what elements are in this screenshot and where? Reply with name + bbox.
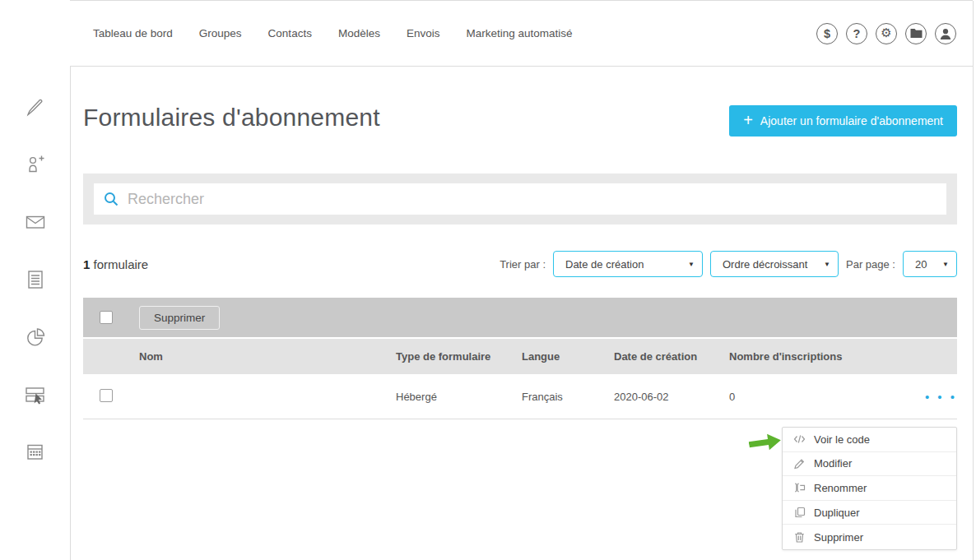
billing-glyph: $ — [824, 27, 830, 40]
code-icon — [793, 433, 806, 445]
statistics-icon[interactable] — [24, 326, 46, 348]
sort-by-label: Trier par : — [500, 258, 546, 271]
nav-groupes[interactable]: Groupes — [199, 27, 242, 39]
form-count: 1 formulaire — [83, 257, 148, 271]
title-row: Formulaires d'abonnement + Ajouter un fo… — [83, 104, 957, 153]
main-nav: Tableau de bord Groupes Contacts Modèles… — [93, 27, 573, 39]
billing-icon[interactable]: $ — [816, 23, 838, 44]
nav-contacts[interactable]: Contacts — [268, 27, 312, 39]
column-header-date: Date de création — [614, 350, 729, 363]
forms-table: Supprimer Nom Type de formulaire Langue … — [83, 298, 957, 419]
sort-order-value: Ordre décroissant — [723, 258, 807, 271]
chevron-down-icon: ▼ — [688, 261, 695, 268]
email-icon[interactable] — [24, 211, 46, 233]
sidebar — [0, 0, 70, 560]
row-checkbox-cell — [100, 389, 139, 405]
nav-modeles[interactable]: Modèles — [338, 27, 380, 39]
menu-item-dupliquer[interactable]: Dupliquer — [783, 501, 956, 525]
sort-by-value: Date de création — [565, 258, 644, 271]
help-icon[interactable]: ? — [846, 23, 867, 44]
cell-inscriptions: 0 — [729, 391, 924, 403]
menu-item-supprimer[interactable]: Supprimer — [783, 525, 956, 549]
column-header-nom: Nom — [139, 350, 396, 363]
menu-item-label: Voir le code — [814, 433, 870, 446]
subscription-forms-icon[interactable] — [24, 383, 46, 405]
menu-item-label: Renommer — [814, 482, 867, 494]
column-header-type: Type de formulaire — [396, 350, 522, 363]
table-row: Hébergé Français 2020-06-02 0 • • • — [83, 374, 957, 419]
add-form-button[interactable]: + Ajouter un formulaire d'abonnement — [729, 105, 957, 137]
search-icon — [104, 192, 119, 206]
cell-type: Hébergé — [396, 391, 522, 403]
page-right-border — [973, 1, 974, 560]
delete-selected-button[interactable]: Supprimer — [139, 306, 220, 330]
top-navigation: Tableau de bord Groupes Contacts Modèles… — [70, 0, 973, 67]
chevron-down-icon: ▼ — [824, 261, 830, 268]
search-input[interactable] — [128, 191, 936, 208]
table-header-row: Nom Type de formulaire Langue Date de cr… — [83, 339, 957, 374]
per-page-value: 20 — [915, 258, 927, 271]
sort-controls: Trier par : Date de création ▼ Ordre déc… — [500, 251, 957, 277]
templates-icon[interactable] — [24, 268, 46, 290]
cell-date: 2020-06-02 — [614, 391, 729, 403]
help-glyph: ? — [853, 27, 861, 40]
sort-by-select[interactable]: Date de création ▼ — [553, 251, 703, 277]
row-actions-ellipsis-icon[interactable]: • • • — [924, 390, 957, 404]
account-avatar-icon[interactable] — [935, 23, 956, 44]
menu-item-modifier[interactable]: Modifier — [783, 452, 956, 477]
add-form-button-label: Ajouter un formulaire d'abonnement — [760, 114, 943, 127]
column-header-langue: Langue — [522, 350, 614, 363]
add-contact-icon[interactable] — [24, 153, 46, 175]
menu-item-label: Dupliquer — [814, 507, 860, 519]
nav-envois[interactable]: Envois — [407, 27, 440, 39]
nav-marketing-automatise[interactable]: Marketing automatisé — [466, 27, 572, 39]
column-header-inscriptions: Nombre d'inscriptions — [729, 350, 924, 363]
sort-order-select[interactable]: Ordre décroissant ▼ — [710, 251, 839, 277]
menu-item-label: Supprimer — [814, 531, 863, 544]
chevron-down-icon: ▼ — [942, 261, 949, 268]
select-all-checkbox[interactable] — [100, 311, 113, 324]
nav-tableau-de-bord[interactable]: Tableau de bord — [93, 27, 173, 39]
trash-icon — [793, 531, 806, 543]
plus-icon: + — [743, 112, 753, 128]
gear-glyph: ⚙ — [881, 27, 891, 39]
pencil-icon — [793, 458, 806, 470]
folder-icon[interactable] — [905, 23, 927, 44]
row-checkbox[interactable] — [100, 389, 113, 402]
search-box — [94, 183, 946, 215]
calendar-icon[interactable] — [24, 441, 46, 463]
menu-item-label: Modifier — [814, 457, 852, 470]
menu-item-voir-le-code[interactable]: Voir le code — [783, 428, 956, 452]
compose-icon[interactable] — [24, 95, 46, 118]
topbar-icons: $ ? ⚙ — [816, 23, 956, 44]
cell-langue: Français — [522, 391, 614, 403]
rename-cursor-icon — [793, 482, 806, 493]
list-meta-row: 1 formulaire Trier par : Date de créatio… — [83, 250, 957, 278]
table-toolbar: Supprimer — [83, 298, 957, 337]
search-strip — [83, 174, 957, 224]
row-context-menu: Voir le code Modifier Renommer Dupliquer… — [782, 427, 957, 550]
per-page-label: Par page : — [846, 258, 895, 271]
settings-gear-icon[interactable]: ⚙ — [876, 23, 897, 44]
per-page-select[interactable]: 20 ▼ — [903, 251, 957, 277]
menu-item-renommer[interactable]: Renommer — [783, 476, 956, 501]
duplicate-icon — [793, 507, 806, 518]
form-count-label: formulaire — [90, 257, 148, 271]
